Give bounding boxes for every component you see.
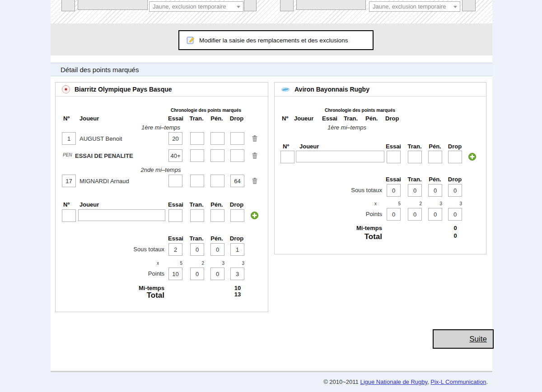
col-header-drop: Drop (445, 176, 465, 183)
points-tran[interactable] (408, 208, 422, 221)
modify-entries-button[interactable]: Modifier la saisie des remplacements et … (178, 30, 374, 50)
essai-input[interactable] (168, 209, 182, 222)
col-header-tran: Tran. (405, 176, 425, 183)
col-header-drop: Drop (227, 235, 247, 242)
multiplier-tran: 2 (408, 201, 422, 206)
section-title-bar: Détail des points marqués (51, 63, 492, 76)
exclusion-type-dropdown[interactable]: Jaune, exclusion temporaire (369, 1, 460, 12)
sous-total-pen[interactable] (210, 243, 224, 256)
col-header-drop: Drop (227, 115, 247, 122)
col-header-essai: Essai (322, 115, 337, 122)
drop-input[interactable] (230, 209, 244, 222)
minute-field[interactable] (280, 0, 294, 11)
times-label: x (145, 261, 159, 266)
drop-input[interactable] (230, 132, 244, 145)
bayonne-logo-icon (281, 87, 290, 92)
minute-field[interactable] (244, 0, 257, 11)
pen-input[interactable] (210, 175, 224, 187)
mi-temps-label: Mi-temps (139, 285, 164, 291)
essai-input[interactable] (387, 151, 401, 163)
player-field[interactable] (78, 0, 148, 10)
pen-input[interactable] (210, 132, 224, 145)
minute-field[interactable] (61, 0, 75, 11)
row-number-input[interactable] (62, 175, 76, 187)
chevron-down-icon (237, 6, 240, 8)
drop-input[interactable] (230, 149, 244, 162)
drop-input[interactable] (230, 175, 244, 187)
col-header-tran: Tran. (187, 201, 206, 208)
col-header-essai: Essai (166, 115, 186, 122)
total-label: Total (364, 232, 382, 241)
tran-input[interactable] (190, 175, 204, 187)
team-header: Biarritz Olympique Pays Basque (56, 83, 268, 97)
points-tran[interactable] (190, 267, 204, 280)
col-header-drop: Drop (227, 201, 247, 208)
total-label: Total (147, 291, 164, 300)
exclusion-type-value: Jaune, exclusion temporaire (373, 3, 446, 10)
minute-field[interactable] (462, 0, 476, 11)
tran-input[interactable] (190, 132, 204, 145)
player-name-input[interactable] (296, 151, 384, 162)
col-header-pen: Pén. (207, 235, 227, 242)
delete-row-icon[interactable] (251, 177, 259, 185)
pixl-link[interactable]: Pix-L Communication (430, 378, 486, 385)
add-row-icon[interactable] (468, 153, 476, 161)
sous-total-tran[interactable] (190, 243, 204, 256)
row-number-input[interactable] (62, 209, 76, 222)
pen-input[interactable] (428, 151, 442, 163)
points-label: Points (148, 270, 164, 277)
mi-temps-value: 0 (445, 225, 465, 231)
col-header-joueur: Joueur (79, 115, 99, 122)
sous-total-essai[interactable] (387, 184, 401, 197)
essai-input[interactable] (168, 149, 182, 162)
page: Jaune, exclusion temporaire Jaune, exclu… (0, 0, 542, 392)
essai-input[interactable] (168, 132, 182, 145)
col-header-essai: Essai (166, 201, 186, 208)
points-pen[interactable] (210, 267, 224, 280)
multiplier-drop: 3 (449, 201, 462, 206)
sous-total-essai[interactable] (168, 243, 182, 256)
team-panel-bayonne: Aviron Bayonnais Rugby Chronologie des p… (274, 82, 486, 254)
sous-total-drop[interactable] (448, 184, 462, 197)
row-number-input[interactable] (62, 132, 76, 145)
suite-button[interactable]: Suite (433, 329, 494, 349)
add-row-icon[interactable] (251, 212, 258, 219)
col-header-essai: Essai (383, 143, 403, 150)
col-header-joueur: Joueur (294, 115, 313, 122)
row-number-input[interactable] (280, 151, 294, 163)
col-header-no: Nº (63, 201, 70, 208)
points-essai[interactable] (168, 267, 182, 280)
team-name: Aviron Bayonnais Rugby (294, 86, 369, 93)
delete-row-icon[interactable] (251, 135, 259, 143)
pen-input[interactable] (210, 209, 224, 222)
lnr-link[interactable]: Ligue Nationale de Rugby (360, 378, 427, 385)
mi-temps-label: Mi-temps (356, 225, 382, 231)
points-drop[interactable] (448, 208, 462, 221)
points-pen[interactable] (428, 208, 442, 221)
player-field[interactable] (296, 0, 366, 10)
sous-total-pen[interactable] (428, 184, 442, 197)
drop-input[interactable] (448, 151, 462, 163)
points-essai[interactable] (387, 208, 401, 221)
sous-total-tran[interactable] (408, 184, 422, 197)
exclusion-type-dropdown[interactable]: Jaune, exclusion temporaire (149, 1, 243, 12)
sous-total-drop[interactable] (230, 243, 244, 256)
essai-input[interactable] (168, 175, 182, 187)
team-header: Aviron Bayonnais Rugby (275, 83, 486, 97)
tran-input[interactable] (408, 151, 422, 163)
pen-input[interactable] (210, 149, 224, 162)
chevron-down-icon (453, 6, 457, 8)
points-drop[interactable] (230, 267, 244, 280)
player-name: ESSAI DE PENALITE (75, 152, 133, 159)
multiplier-drop: 3 (231, 261, 244, 266)
col-header-no: Nº (283, 143, 289, 150)
delete-row-icon[interactable] (251, 152, 259, 160)
edit-icon (187, 36, 195, 44)
col-header-pen: Pén. (365, 115, 378, 122)
col-header-pen: Pén. (207, 115, 227, 122)
col-header-joueur: Joueur (79, 201, 99, 208)
tran-input[interactable] (190, 149, 204, 162)
pen-row-label: PEN (63, 152, 72, 157)
tran-input[interactable] (190, 209, 204, 222)
player-name-input[interactable] (78, 209, 165, 221)
